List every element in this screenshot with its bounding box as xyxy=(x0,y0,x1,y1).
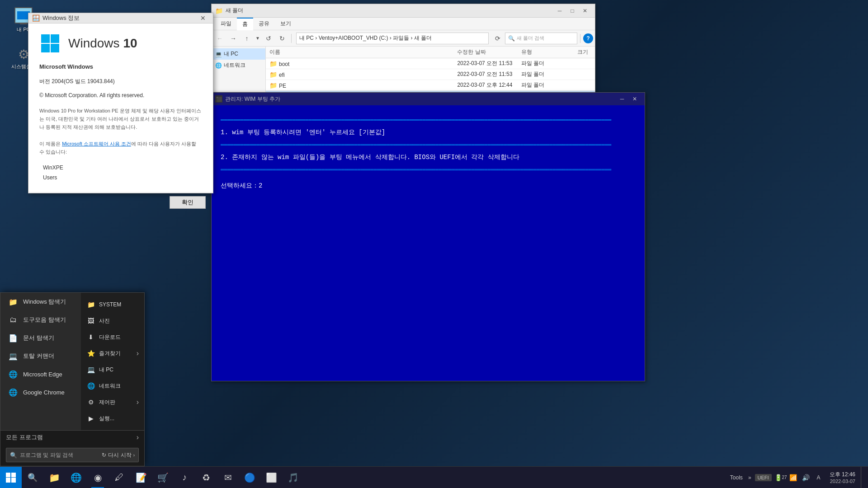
fe-tab-share[interactable]: 공유 xyxy=(253,18,275,30)
taskbar-app-mail[interactable]: ✉ xyxy=(217,467,239,488)
wid-corp-name: Microsoft Windows xyxy=(39,63,202,70)
tray-network-icon[interactable]: 📶 xyxy=(788,472,799,483)
start-item-doc-explorer[interactable]: 📄 문서 탐색기 xyxy=(0,329,81,347)
network-right-label: 네트워크 xyxy=(99,382,121,390)
control-panel-label: 제어판 xyxy=(99,399,115,406)
taskbar-app-app11[interactable]: ⬜ xyxy=(260,467,282,488)
run-label: 실행... xyxy=(99,415,114,422)
taskbar-clock[interactable]: 오후 12:46 2022-03-07 xyxy=(826,471,859,484)
col-size[interactable]: 크기 xyxy=(574,47,595,58)
taskbar-app-edge-tb[interactable]: 🌐 xyxy=(65,467,87,488)
wid-ok-btn[interactable]: 확인 xyxy=(170,196,206,209)
fe-redo-btn[interactable]: ↻ xyxy=(276,32,288,45)
taskbar-start-btn[interactable] xyxy=(0,467,22,488)
taskbar-search-icon: 🔍 xyxy=(28,473,38,483)
wim-close-btn[interactable]: ✕ xyxy=(628,94,641,103)
tray-keyboard-icon[interactable]: A xyxy=(813,472,824,483)
taskbar-app-winamp[interactable]: ♪ xyxy=(174,467,195,488)
folder-icon: 📁 xyxy=(215,7,223,14)
start-item-chrome[interactable]: 🌐 Google Chrome xyxy=(0,383,81,401)
run-icon: ▶ xyxy=(86,414,95,423)
wid-title: Windows 정보 xyxy=(42,14,197,22)
fe-sidebar-network[interactable]: 🌐 네트워크 xyxy=(212,60,265,71)
separator2 xyxy=(580,34,580,43)
fe-sidebar-my-pc[interactable]: 💻 내 PC xyxy=(212,48,265,60)
desktop: 내 PC ⚙ 시스템설정 📁 새 폴더 ─ □ ✕ 파일 홈 공유 보기 ← →… xyxy=(0,0,868,488)
taskbar-app-notepad[interactable]: 📝 xyxy=(130,467,152,488)
all-programs-label[interactable]: 모든 프로그램 xyxy=(6,433,137,441)
wim-minimize-btn[interactable]: ─ xyxy=(616,94,628,103)
taskbar-search-btn[interactable]: 🔍 xyxy=(22,467,43,488)
recycle-icon: ♻ xyxy=(202,472,210,483)
start-right-item-downloads[interactable]: ⬇ 다운로드 xyxy=(81,329,144,345)
table-row[interactable]: 📁PE 2022-03-07 오후 12:44 파일 폴더 xyxy=(266,80,595,91)
show-desktop-btn[interactable] xyxy=(861,467,864,488)
start-right-item-network-right[interactable]: 🌐 네트워크 xyxy=(81,378,144,394)
file-modified: 2022-03-07 오후 12:44 xyxy=(453,80,518,91)
taskbar-app-store[interactable]: 🛒 xyxy=(152,467,174,488)
fe-address-bar[interactable]: 내 PC › Ventoy+AIOBOOT_VHD (C:) › 파일들 › 새… xyxy=(296,33,489,44)
file-explorer-window: 📁 새 폴더 ─ □ ✕ 파일 홈 공유 보기 ← → ↑ ▼ ↺ ↻ 내 PC… xyxy=(211,4,595,94)
fe-close-btn[interactable]: ✕ xyxy=(579,6,591,15)
fe-search-box[interactable]: 🔍 새 폴더 검색 xyxy=(505,33,577,44)
taskbar-app-file-mgr[interactable]: 📁 xyxy=(43,467,65,488)
total-commander-label: 토탈 커맨더 xyxy=(23,352,54,360)
table-row[interactable]: 📁boot 2022-03-07 오전 11:53 파일 폴더 xyxy=(266,58,595,69)
col-type[interactable]: 유형 xyxy=(518,47,574,58)
doc-explorer-label: 문서 탐색기 xyxy=(23,334,54,342)
restart-btn[interactable]: ↻ 다시 시작 › xyxy=(102,451,135,459)
separator xyxy=(291,34,292,43)
tray-overflow-icon[interactable]: » xyxy=(748,474,751,481)
start-right-item-photos[interactable]: 🖼 사진 xyxy=(81,313,144,329)
wid-link[interactable]: Microsoft 소프트웨어 사용 조건 xyxy=(62,141,131,146)
taskbar-app-paint[interactable]: 🖊 xyxy=(108,467,130,488)
fe-tab-file[interactable]: 파일 xyxy=(215,18,237,30)
fe-toolbar: ← → ↑ ▼ ↺ ↻ 내 PC › Ventoy+AIOBOOT_VHD (C… xyxy=(212,30,595,47)
fe-undo-btn[interactable]: ↺ xyxy=(262,32,275,45)
fe-tab-home[interactable]: 홈 xyxy=(237,18,253,30)
uefi-badge: UEFI xyxy=(755,474,772,481)
start-right-item-favorites[interactable]: ⭐ 즐겨찾기 xyxy=(81,345,144,361)
total-commander-icon: 💻 xyxy=(8,351,19,361)
start-item-edge[interactable]: 🌐 Microsoft Edge xyxy=(0,365,81,383)
tray-battery-icon[interactable]: 🔋 27 xyxy=(775,472,786,483)
fe-help-btn[interactable]: ? xyxy=(583,33,593,43)
start-item-file-explorer[interactable]: 📁 Windows 탐색기 xyxy=(0,293,81,311)
wid-edition-text: Windows 10 Pro for Workstation PE 운영 체제 … xyxy=(39,108,201,129)
taskbar-app-app12[interactable]: 🎵 xyxy=(282,467,304,488)
col-name[interactable]: 이름 xyxy=(266,47,453,58)
fe-maximize-btn[interactable]: □ xyxy=(566,6,579,15)
mail-icon: ✉ xyxy=(224,472,232,483)
start-search-input[interactable]: 🔍 프로그램 및 파일 검색 ↻ 다시 시작 › xyxy=(6,448,139,462)
fe-minimize-btn[interactable]: ─ xyxy=(553,6,566,15)
col-modified[interactable]: 수정한 날짜 xyxy=(453,47,518,58)
taskbar-app-recycle[interactable]: ♻ xyxy=(195,467,217,488)
wid-close-btn[interactable]: ✕ xyxy=(197,13,209,23)
start-item-tool-explorer[interactable]: 🗂 도구모음 탐색기 xyxy=(0,311,81,329)
file-kind: 파일 폴더 xyxy=(518,80,574,91)
tray-volume-icon[interactable]: 🔊 xyxy=(801,472,811,483)
taskbar-app-app10[interactable]: 🔵 xyxy=(239,467,260,488)
taskbar-app-chrome-tb[interactable]: ◉ xyxy=(87,467,108,488)
wim-title-text: 관리자: WIM 부팅 추가 xyxy=(225,95,280,103)
start-right-item-run[interactable]: ▶ 실행... xyxy=(81,410,144,427)
file-name: 📁boot xyxy=(266,58,453,69)
edge-tb-icon: 🌐 xyxy=(71,472,82,483)
fe-refresh-btn[interactable]: ⟳ xyxy=(491,32,504,45)
start-item-total-commander[interactable]: 💻 토탈 커맨더 xyxy=(0,347,81,365)
volume-icon: 🔊 xyxy=(802,474,810,481)
table-row[interactable]: 📁efi 2022-03-07 오전 11:53 파일 폴더 xyxy=(266,69,595,80)
restart-label: 다시 시작 xyxy=(108,451,131,459)
start-right-item-system[interactable]: 📁 SYSTEM xyxy=(81,296,144,313)
fe-recent-btn[interactable]: ▼ xyxy=(254,32,261,45)
start-menu-left: 📁 Windows 탐색기 🗂 도구모음 탐색기 📄 문서 탐색기 💻 토탈 커… xyxy=(0,293,81,430)
fe-forward-btn[interactable]: → xyxy=(227,32,240,45)
doc-explorer-icon: 📄 xyxy=(8,333,19,343)
start-right-item-control-panel[interactable]: ⚙ 제어판 xyxy=(81,394,144,410)
fe-tab-view[interactable]: 보기 xyxy=(275,18,297,30)
start-right-item-my-pc-right[interactable]: 💻 내 PC xyxy=(81,361,144,378)
fe-up-btn[interactable]: ↑ xyxy=(241,32,253,45)
fe-back-btn[interactable]: ← xyxy=(213,32,226,45)
wid-footer: 확인 xyxy=(28,192,213,212)
wim-prompt-text: 선택하세요：2 xyxy=(221,182,262,189)
